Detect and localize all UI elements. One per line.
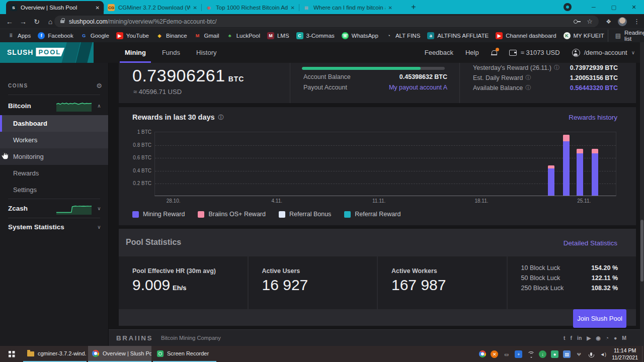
forward-icon[interactable]: → xyxy=(17,14,30,29)
help-link[interactable]: Help xyxy=(465,49,479,56)
bookmark-alt-fins[interactable]: ◔ALT FINS xyxy=(382,32,424,39)
taskbar-clock[interactable]: 11:14 PM 11/27/2021 xyxy=(610,346,642,362)
bookmark-luckpool[interactable]: ♣LuckPool xyxy=(223,32,264,39)
social-links: tfin▶◉◔●M xyxy=(564,335,626,341)
sidebar-item-zcash[interactable]: Zcash ∨ xyxy=(0,199,108,218)
reward-bar-26-11-[interactable] xyxy=(592,149,598,196)
reddit-icon[interactable]: ◔ xyxy=(606,335,609,341)
join-slush-pool-button[interactable]: Join Slush Pool xyxy=(573,309,626,328)
screen-recorder-tray-icon[interactable]: ● xyxy=(551,350,558,358)
bookmark-my-kfueit[interactable]: KMY KFUEIT xyxy=(560,32,608,39)
start-button[interactable] xyxy=(0,346,23,362)
info-icon[interactable]: ⓘ xyxy=(218,114,224,121)
sidebar-item-rewards[interactable]: Rewards xyxy=(0,165,108,182)
info-icon[interactable]: ⓘ xyxy=(525,84,531,92)
browser-profile-badge-icon[interactable] xyxy=(564,3,572,11)
sidebar-item-monitoring[interactable]: Monitoring xyxy=(0,148,108,165)
medium-icon[interactable]: M xyxy=(622,335,626,341)
bookmark-channel-dashboard[interactable]: ▶Channel dashboard xyxy=(492,32,559,39)
feedback-link[interactable]: Feedback xyxy=(425,49,453,56)
detailed-statistics-link[interactable]: Detailed Statistics xyxy=(564,239,617,247)
browser-tab[interactable]: SOverview | Slush Pool✕ xyxy=(6,1,104,14)
braiins-logo[interactable]: BRAIINS xyxy=(116,334,153,342)
bookmark-lms[interactable]: MLMS xyxy=(264,32,293,39)
taskbar-button-screen-recorder[interactable]: Screen Recorder xyxy=(153,346,216,362)
facebook-icon[interactable]: f xyxy=(570,335,572,341)
tab-close-icon[interactable]: ✕ xyxy=(193,5,197,11)
browser-tab[interactable]: CGCGMiner 3.7.2 Download (Windo✕ xyxy=(104,1,201,14)
youtube-icon[interactable]: ▶ xyxy=(587,335,591,341)
notifications-bell-icon[interactable] xyxy=(491,50,497,56)
tab-close-icon[interactable]: ✕ xyxy=(291,5,295,11)
usb-tray-icon[interactable]: Ψ xyxy=(575,350,583,358)
github-icon[interactable]: ● xyxy=(614,335,617,341)
bookmark-facebook[interactable]: fFacebook xyxy=(34,32,77,39)
wifi-tray-icon[interactable] xyxy=(527,350,534,358)
url-input[interactable]: slushpool.com/mining/overview/%2Fdemo-ac… xyxy=(54,16,599,27)
reward-bar-25-11-[interactable] xyxy=(577,149,583,196)
reload-icon[interactable]: ↻ xyxy=(30,14,43,29)
reward-bar-23-11-[interactable] xyxy=(548,165,554,196)
tab-close-icon[interactable]: ✕ xyxy=(96,5,100,11)
info-icon[interactable]: ⓘ xyxy=(554,64,559,71)
bookmark-3-commas[interactable]: C3-Commas xyxy=(293,32,338,39)
taskbar-button-cgminer-3-7-2-wind-[interactable]: cgminer-3.7.2-wind... xyxy=(23,346,87,362)
scrollbar-thumb[interactable] xyxy=(640,220,643,282)
bookmark-apps[interactable]: ⠿Apps xyxy=(4,32,34,39)
close-icon[interactable]: ✕ xyxy=(624,4,644,11)
browser-tab[interactable]: ▤Where can I find my bitcoin add✕ xyxy=(299,1,396,14)
bookmark-gmail[interactable]: MGmail xyxy=(191,32,223,39)
browser-avatar[interactable] xyxy=(618,17,627,26)
display-tray-icon[interactable]: ▤ xyxy=(563,350,571,358)
browser-tab[interactable]: ◉Top 1000 Richest Bitcoin Addres✕ xyxy=(201,1,299,14)
bookmark-binance[interactable]: ◆Binance xyxy=(152,32,191,39)
bookmark-youtube[interactable]: ▶YouTube xyxy=(113,32,152,39)
bookmark-star-icon[interactable]: ☆ xyxy=(587,18,593,25)
show-desktop-button[interactable] xyxy=(642,346,644,362)
chevron-down-icon: ∨ xyxy=(631,50,635,55)
back-icon[interactable]: ← xyxy=(3,14,16,29)
new-tab-button[interactable]: + xyxy=(409,2,419,12)
nav-tab-mining[interactable]: Mining xyxy=(117,42,154,63)
linkedin-icon[interactable]: in xyxy=(577,335,582,341)
tab-close-icon[interactable]: ✕ xyxy=(388,5,392,11)
nav-tab-history[interactable]: History xyxy=(188,42,224,63)
slushpool-logo[interactable]: SLUSH POOL xyxy=(0,42,94,63)
bookmark-label: Google xyxy=(91,33,109,39)
twitter-icon[interactable]: t xyxy=(564,335,566,341)
bookmark-whatsapp[interactable]: ☏WhatsApp xyxy=(338,32,382,39)
maximize-icon[interactable]: ▢ xyxy=(604,4,624,11)
chrome-tray-icon[interactable] xyxy=(478,350,486,358)
bookmark-altfins-affliate[interactable]: aALTFINS AFFLIATE xyxy=(424,32,492,39)
gear-icon[interactable]: ⚙ xyxy=(96,82,102,89)
page-scrollbar[interactable] xyxy=(640,42,644,346)
sidebar-item-settings[interactable]: Settings xyxy=(0,182,108,198)
battery-tray-icon[interactable]: ▭ xyxy=(503,350,510,358)
account-menu[interactable]: /demo-account ∨ xyxy=(572,49,635,57)
instagram-icon[interactable]: ◉ xyxy=(596,335,600,341)
nav-tab-funds[interactable]: Funds xyxy=(154,42,188,63)
stat-label: Active Users xyxy=(262,267,300,275)
sidebar-item-workers[interactable]: Workers xyxy=(0,132,108,148)
info-icon[interactable]: ⓘ xyxy=(525,74,531,81)
extensions-icon[interactable]: ❖ xyxy=(606,18,611,25)
rewards-history-link[interactable]: Rewards history xyxy=(569,114,617,121)
sidebar-item-bitcoin[interactable]: Bitcoin ∧ xyxy=(0,97,108,114)
sidebar-item-system-statistics[interactable]: System Statistics ∨ xyxy=(0,218,108,235)
reward-bar-24-11-[interactable] xyxy=(563,135,570,196)
taskbar-button-overview-slush-po-[interactable]: Overview | Slush Po... xyxy=(88,346,151,362)
sidebar-item-dashboard[interactable]: Dashboard xyxy=(0,115,108,132)
microphone-tray-icon[interactable] xyxy=(587,350,595,358)
browser-menu-icon[interactable]: ⋮ xyxy=(633,18,640,25)
speaker-tray-icon[interactable]: ◄) xyxy=(599,350,607,358)
alert-tray-icon[interactable]: ✕ xyxy=(491,350,498,358)
password-key-icon[interactable] xyxy=(574,20,581,23)
block-luck-label: 250 Block Luck xyxy=(521,285,564,292)
bookmark-google[interactable]: GGoogle xyxy=(77,32,113,39)
idm-tray-icon[interactable]: ↓ xyxy=(539,350,546,358)
wallet-balance[interactable]: ≈ 31073 USD xyxy=(509,49,560,56)
reading-list-button[interactable]: ▤ Reading list xyxy=(608,30,644,42)
payout-account-link[interactable]: My payout account A xyxy=(389,84,447,91)
plus-tray-icon[interactable]: + xyxy=(515,350,522,358)
minimize-icon[interactable]: ─ xyxy=(584,4,604,10)
